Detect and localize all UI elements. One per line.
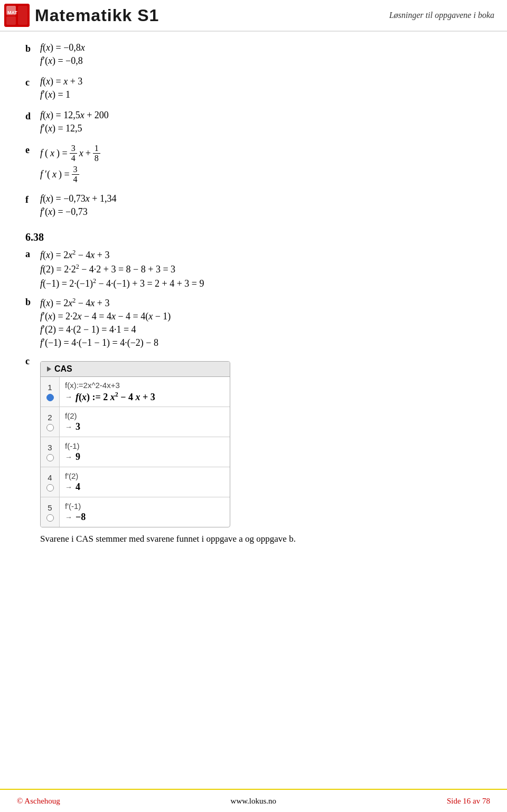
cas-output-value-1: f(x) := 2 x2 − 4 x + 3: [76, 391, 155, 403]
logo: MAT: [4, 4, 30, 27]
math-line: f′(x) = 1: [40, 89, 482, 100]
math-line: f′(x) = −0,8: [40, 55, 482, 67]
cas-arrow-icon-2: →: [65, 423, 72, 431]
sub-section-c: c CAS 1 f(x):=2x^2-4x+3: [25, 356, 482, 544]
cas-row-inner-1: 1 f(x):=2x^2-4x+3 → f(x) := 2 x2 − 4 x +…: [41, 377, 230, 407]
section-label-d: d: [25, 110, 40, 122]
svg-rect-1: [6, 6, 16, 14]
cas-box: CAS 1 f(x):=2x^2-4x+3 →: [40, 361, 230, 527]
math-line: f(x) = −0,8x: [40, 42, 482, 53]
math-line: f′(−1) = 4·(−1 − 1) = 4·(−2) − 8: [40, 337, 482, 348]
footer-left: © Aschehoug: [17, 797, 60, 806]
sub-label-a: a: [25, 249, 40, 260]
cas-row-inner-4: 4 f'(2) → 4: [41, 467, 230, 497]
cas-circle-2[interactable]: [46, 424, 54, 431]
math-line: f′(2) = 4·(2 − 1) = 4·1 = 4: [40, 324, 482, 335]
math-line: f(x) = −0,73x + 1,34: [40, 193, 482, 204]
cas-arrow-icon-4: →: [65, 483, 72, 492]
cas-output-3: → 9: [65, 451, 224, 462]
math-line: f(x) = 3 4 x + 1 8: [40, 144, 482, 163]
cas-input-4: f'(2): [65, 471, 224, 480]
cas-output-1: → f(x) := 2 x2 − 4 x + 3: [65, 391, 224, 403]
math-line: f′(x) = 2·2x − 4 = 4x − 4 = 4(x − 1): [40, 311, 482, 322]
math-line: f′(x) = 12,5: [40, 123, 482, 134]
cas-row-1: 1 f(x):=2x^2-4x+3 → f(x) := 2 x2 − 4 x +…: [41, 377, 230, 407]
cas-row-inner-5: 5 f'(-1) → −8: [41, 497, 230, 527]
cas-input-3: f(-1): [65, 441, 224, 450]
cas-row-inner-2: 2 f(2) → 3: [41, 407, 230, 437]
cas-num-4: 4: [41, 467, 60, 497]
math-line: f(2) = 2·22 − 4·2 + 3 = 8 − 8 + 3 = 3: [40, 263, 482, 275]
cas-cell-5: f'(-1) → −8: [60, 497, 230, 527]
section-d-content: f(x) = 12,5x + 200 f′(x) = 12,5: [40, 110, 482, 136]
cas-circle-4[interactable]: [46, 484, 54, 492]
header-left: MAT Matematikk S1: [4, 4, 159, 27]
cas-arrow-icon-1: →: [65, 393, 72, 401]
cas-circle-3[interactable]: [46, 454, 54, 461]
cas-row-5: 5 f'(-1) → −8: [41, 497, 230, 527]
cas-cell-1: f(x):=2x^2-4x+3 → f(x) := 2 x2 − 4 x + 3: [60, 377, 230, 407]
footer-right: Side 16 av 78: [447, 797, 490, 806]
section-label-e: e: [25, 144, 40, 156]
cas-header-label: CAS: [54, 364, 72, 374]
page-title: Matematikk S1: [35, 6, 159, 25]
fraction-3-4-prime: 3 4: [72, 165, 79, 184]
cas-output-5: → −8: [65, 512, 224, 523]
section-b: b f(x) = −0,8x f′(x) = −0,8: [25, 42, 482, 69]
section-f: f f(x) = −0,73x + 1,34 f′(x) = −0,73: [25, 193, 482, 220]
section-e-content: f(x) = 3 4 x + 1 8 f′(x) = 3 4: [40, 144, 482, 186]
section-c-content: f(x) = x + 3 f′(x) = 1: [40, 76, 482, 102]
page-header: MAT Matematikk S1 Løsninger til oppgaven…: [0, 0, 507, 32]
section-c: c f(x) = x + 3 f′(x) = 1: [25, 76, 482, 102]
cas-cell-2: f(2) → 3: [60, 407, 230, 437]
math-line: f(x) = 12,5x + 200: [40, 110, 482, 121]
cas-output-2: → 3: [65, 421, 224, 432]
section-f-content: f(x) = −0,73x + 1,34 f′(x) = −0,73: [40, 193, 482, 220]
cas-circle-1[interactable]: [46, 394, 54, 401]
math-line: f(−1) = 2·(−1)2 − 4·(−1) + 3 = 2 + 4 + 3…: [40, 277, 482, 289]
cas-row-3: 3 f(-1) → 9: [41, 437, 230, 467]
math-line: f(x) = 2x2 − 4x + 3: [40, 297, 482, 309]
svg-rect-2: [6, 16, 16, 25]
cas-output-4: → 4: [65, 481, 224, 493]
svg-text:MAT: MAT: [7, 10, 17, 15]
section-label-c: c: [25, 76, 40, 88]
cas-num-5: 5: [41, 497, 60, 527]
cas-arrow-icon-5: →: [65, 513, 72, 522]
math-line: f′(x) = −0,73: [40, 206, 482, 218]
cas-triangle-icon: [47, 366, 51, 372]
problem-number: 6.38: [25, 231, 482, 243]
cas-output-value-2: 3: [76, 421, 80, 432]
section-label-f: f: [25, 193, 40, 205]
math-line: f(x) = 2x2 − 4x + 3: [40, 249, 482, 261]
page-footer: © Aschehoug www.lokus.no Side 16 av 78: [0, 789, 507, 812]
section-e: e f(x) = 3 4 x + 1 8 f′(x) = 3 4: [25, 144, 482, 186]
sub-label-b: b: [25, 297, 40, 308]
cas-cell-4: f'(2) → 4: [60, 467, 230, 497]
sub-label-c: c: [25, 356, 40, 367]
fraction-1-8: 1 8: [93, 144, 100, 163]
fraction-3-4: 3 4: [70, 144, 77, 163]
cas-header: CAS: [41, 362, 230, 377]
cas-circle-5[interactable]: [46, 514, 54, 522]
cas-output-value-5: −8: [76, 512, 86, 523]
math-line: f′(x) = 3 4: [40, 165, 482, 184]
sub-content-c: CAS 1 f(x):=2x^2-4x+3 →: [40, 356, 482, 544]
cas-output-value-3: 9: [76, 451, 80, 462]
sub-content-a: f(x) = 2x2 − 4x + 3 f(2) = 2·22 − 4·2 + …: [40, 249, 482, 291]
cas-input-5: f'(-1): [65, 502, 224, 511]
main-content: b f(x) = −0,8x f′(x) = −0,8 c f(x) = x +…: [0, 32, 507, 592]
sub-content-b: f(x) = 2x2 − 4x + 3 f′(x) = 2·2x − 4 = 4…: [40, 297, 482, 351]
section-d: d f(x) = 12,5x + 200 f′(x) = 12,5: [25, 110, 482, 136]
header-subtitle: Løsninger til oppgavene i boka: [389, 11, 494, 20]
footer-center: www.lokus.no: [231, 797, 277, 806]
cas-input-1: f(x):=2x^2-4x+3: [65, 381, 224, 390]
cas-num-2: 2: [41, 407, 60, 437]
cas-input-2: f(2): [65, 411, 224, 420]
cas-arrow-icon-3: →: [65, 453, 72, 461]
section-b-content: f(x) = −0,8x f′(x) = −0,8: [40, 42, 482, 69]
cas-num-1: 1: [41, 377, 60, 407]
math-line: f(x) = x + 3: [40, 76, 482, 87]
cas-row-inner-3: 3 f(-1) → 9: [41, 437, 230, 467]
note-text: Svarene i CAS stemmer med svarene funnet…: [40, 534, 482, 544]
